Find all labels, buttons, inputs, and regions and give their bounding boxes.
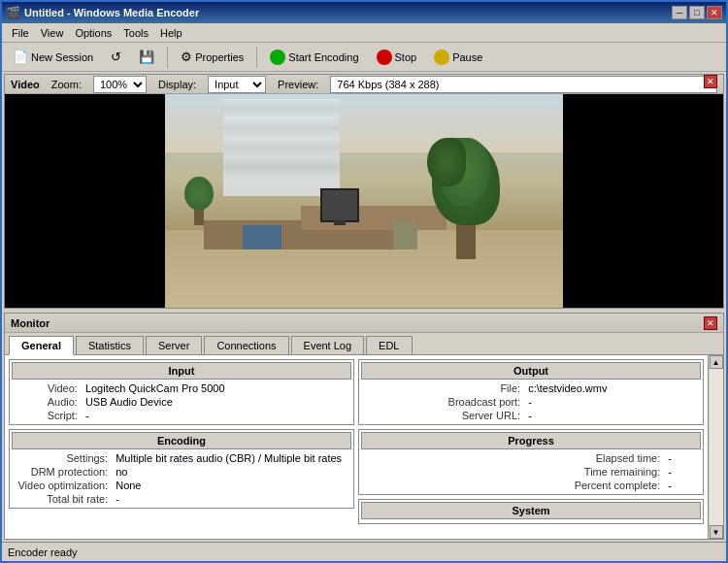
settings-label: Settings: bbox=[12, 451, 112, 465]
tab-edl[interactable]: EDL bbox=[366, 336, 412, 354]
progress-section: Progress Elapsed time: - Time remaining:… bbox=[358, 429, 704, 495]
video-value: Logitech QuickCam Pro 5000 bbox=[82, 381, 351, 395]
start-icon bbox=[270, 50, 285, 65]
display-select[interactable]: Input Output bbox=[208, 76, 266, 93]
menu-tools[interactable]: Tools bbox=[117, 25, 154, 41]
table-row: Time remaining: - bbox=[361, 465, 701, 479]
office-scene bbox=[165, 94, 563, 308]
scroll-down-button[interactable]: ▼ bbox=[710, 525, 723, 539]
pause-button[interactable]: Pause bbox=[427, 47, 489, 68]
app-icon: 🎬 bbox=[6, 6, 20, 19]
table-row: Elapsed time: - bbox=[361, 451, 701, 465]
system-section-header: System bbox=[361, 502, 701, 519]
system-section: System bbox=[358, 499, 704, 524]
refresh-button[interactable]: ↺ bbox=[104, 47, 128, 67]
stop-label: Stop bbox=[395, 51, 417, 63]
settings-value: Multiple bit rates audio (CBR) / Multipl… bbox=[112, 451, 351, 465]
tab-general[interactable]: General bbox=[9, 336, 74, 355]
tab-event-log[interactable]: Event Log bbox=[291, 336, 365, 354]
title-bar-left: 🎬 Untitled - Windows Media Encoder bbox=[6, 6, 199, 19]
toolbar: 📄 New Session ↺ 💾 ⚙ Properties Start Enc… bbox=[2, 43, 726, 72]
monitor-header: Monitor ✕ bbox=[5, 314, 723, 333]
input-section-header: Input bbox=[12, 362, 351, 380]
broadcast-label: Broadcast port: bbox=[361, 395, 524, 409]
table-row: DRM protection: no bbox=[12, 465, 351, 479]
output-table: File: c:\testvideo.wmv Broadcast port: -… bbox=[361, 381, 701, 422]
menu-file[interactable]: File bbox=[6, 25, 35, 41]
menu-help[interactable]: Help bbox=[154, 25, 188, 41]
audio-value: USB Audio Device bbox=[82, 395, 351, 409]
monitor-panel: Monitor ✕ General Statistics Server Conn… bbox=[4, 313, 724, 540]
zoom-select[interactable]: 100% 50% 200% bbox=[93, 76, 147, 93]
toolbar-separator-2 bbox=[256, 47, 257, 68]
new-session-button[interactable]: 📄 New Session bbox=[6, 47, 100, 67]
properties-button[interactable]: ⚙ Properties bbox=[174, 47, 250, 67]
menu-options[interactable]: Options bbox=[69, 25, 117, 41]
elapsed-label: Elapsed time: bbox=[361, 451, 664, 465]
monitor-panel-close-button[interactable]: ✕ bbox=[704, 316, 717, 330]
minimize-button[interactable]: ─ bbox=[672, 6, 687, 19]
table-row: Video: Logitech QuickCam Pro 5000 bbox=[12, 381, 351, 395]
start-encoding-label: Start Encoding bbox=[288, 51, 358, 63]
script-label: Script: bbox=[12, 409, 82, 422]
tab-statistics[interactable]: Statistics bbox=[76, 336, 144, 354]
remaining-value: - bbox=[664, 465, 701, 479]
file-label: File: bbox=[361, 381, 524, 395]
video-header: Video Zoom: 100% 50% 200% Display: Input… bbox=[5, 75, 723, 94]
output-section: Output File: c:\testvideo.wmv Broadcast … bbox=[358, 359, 704, 425]
video-panel-close-button[interactable]: ✕ bbox=[704, 75, 717, 88]
tab-connections[interactable]: Connections bbox=[204, 336, 288, 354]
window-title: Untitled - Windows Media Encoder bbox=[24, 7, 199, 18]
close-button[interactable]: ✕ bbox=[707, 6, 722, 19]
percent-label: Percent complete: bbox=[361, 479, 664, 492]
display-label: Display: bbox=[158, 79, 196, 90]
video-opt-value: None bbox=[112, 479, 351, 492]
input-section: Input Video: Logitech QuickCam Pro 5000 … bbox=[9, 359, 354, 425]
save-button[interactable]: 💾 bbox=[132, 47, 161, 67]
scrollbar: ▲ ▼ bbox=[708, 355, 723, 539]
bitrate-label: Total bit rate: bbox=[12, 492, 112, 506]
remaining-label: Time remaining: bbox=[361, 465, 664, 479]
elapsed-value: - bbox=[664, 451, 701, 465]
video-opt-label: Video optimization: bbox=[12, 479, 112, 492]
maximize-button[interactable]: □ bbox=[689, 6, 705, 19]
monitor-content: Input Video: Logitech QuickCam Pro 5000 … bbox=[5, 355, 723, 539]
server-value: - bbox=[524, 409, 701, 422]
status-text: Encoder ready bbox=[8, 546, 78, 558]
drm-label: DRM protection: bbox=[12, 465, 112, 479]
table-row: Total bit rate: - bbox=[12, 492, 351, 506]
stop-button[interactable]: Stop bbox=[370, 47, 424, 68]
monitor-right-column: Output File: c:\testvideo.wmv Broadcast … bbox=[358, 359, 704, 528]
video-header-inner: Video Zoom: 100% 50% 200% Display: Input… bbox=[11, 76, 717, 93]
file-value: c:\testvideo.wmv bbox=[524, 381, 701, 395]
table-row: Video optimization: None bbox=[12, 479, 351, 492]
save-icon: 💾 bbox=[139, 50, 154, 64]
tab-server[interactable]: Server bbox=[146, 336, 202, 354]
progress-table: Elapsed time: - Time remaining: - Percen… bbox=[361, 451, 701, 492]
zoom-label: Zoom: bbox=[51, 79, 82, 90]
video-label: Video: bbox=[12, 381, 82, 395]
video-letterbox-left bbox=[5, 94, 165, 308]
video-panel-title: Video bbox=[11, 79, 40, 90]
progress-section-header: Progress bbox=[361, 432, 701, 449]
toolbar-separator-1 bbox=[167, 47, 168, 68]
main-window: 🎬 Untitled - Windows Media Encoder ─ □ ✕… bbox=[0, 0, 728, 563]
tab-bar: General Statistics Server Connections Ev… bbox=[5, 333, 723, 355]
table-row: Broadcast port: - bbox=[361, 395, 701, 409]
table-row: File: c:\testvideo.wmv bbox=[361, 381, 701, 395]
preview-select[interactable]: 764 Kbps (384 x 288) bbox=[330, 76, 717, 93]
start-encoding-button[interactable]: Start Encoding bbox=[263, 47, 365, 68]
monitor-left-column: Input Video: Logitech QuickCam Pro 5000 … bbox=[9, 359, 354, 528]
scroll-up-button[interactable]: ▲ bbox=[710, 355, 723, 369]
menu-view[interactable]: View bbox=[35, 25, 70, 41]
scroll-track[interactable] bbox=[710, 369, 723, 525]
status-bar: Encoder ready bbox=[2, 542, 726, 561]
content-area: Video Zoom: 100% 50% 200% Display: Input… bbox=[2, 72, 726, 542]
refresh-icon: ↺ bbox=[111, 50, 121, 64]
table-row: Audio: USB Audio Device bbox=[12, 395, 351, 409]
pause-label: Pause bbox=[452, 51, 482, 63]
video-panel: Video Zoom: 100% 50% 200% Display: Input… bbox=[4, 74, 724, 309]
encoding-table: Settings: Multiple bit rates audio (CBR)… bbox=[12, 451, 351, 506]
input-table: Video: Logitech QuickCam Pro 5000 Audio:… bbox=[12, 381, 351, 422]
preview-label: Preview: bbox=[278, 79, 318, 90]
